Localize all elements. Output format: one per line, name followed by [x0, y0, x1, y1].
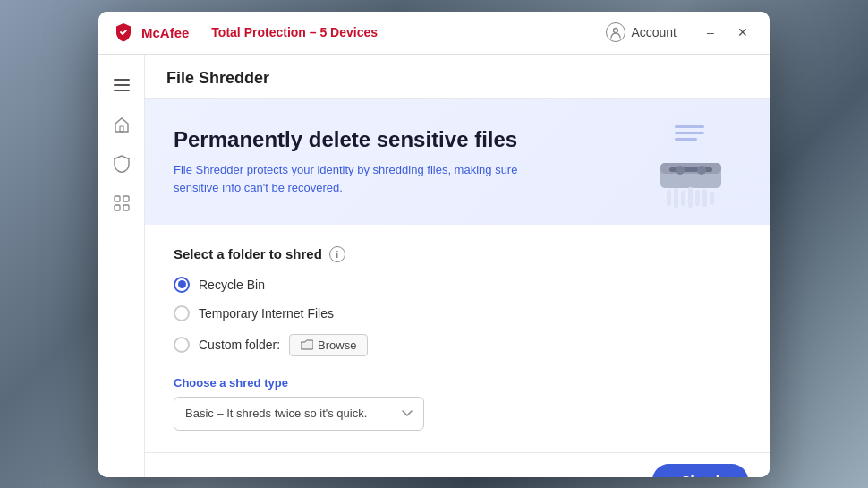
shredder-illustration [642, 113, 741, 211]
svg-rect-3 [114, 90, 130, 91]
svg-rect-18 [681, 191, 685, 206]
svg-rect-10 [675, 125, 704, 128]
page-title: File Shredder [166, 69, 269, 87]
radio-custom-folder-label: Custom folder: [199, 338, 280, 352]
title-bar: McAfee Total Protection – 5 Devices Acco… [98, 12, 770, 55]
radio-temp-files-label: Temporary Internet Files [199, 306, 334, 321]
shred-type-dropdown[interactable]: Basic – It shreds twice so it's quick. E… [174, 397, 424, 431]
svg-rect-1 [114, 79, 130, 81]
close-button[interactable]: ✕ [730, 20, 755, 45]
shred-button[interactable]: Shred [652, 464, 748, 477]
radio-custom-folder-circle [174, 337, 190, 353]
sidebar-home-icon[interactable] [106, 108, 138, 141]
svg-rect-17 [674, 188, 678, 208]
brand-name: McAfee [141, 25, 189, 40]
svg-rect-9 [669, 117, 710, 167]
radio-temp-files-circle [174, 305, 190, 321]
account-icon [606, 22, 625, 42]
svg-rect-19 [688, 187, 693, 208]
folder-radio-group: Recycle Bin Temporary Internet Files Cus… [174, 277, 741, 356]
page-header: File Shredder [145, 55, 770, 99]
browse-button[interactable]: Browse [289, 334, 368, 356]
svg-point-0 [614, 29, 618, 33]
radio-recycle-bin-label: Recycle Bin [199, 278, 265, 292]
hero-description: File Shredder protects your identity by … [174, 161, 549, 196]
folder-icon [301, 339, 313, 350]
svg-rect-11 [675, 132, 704, 134]
window-controls: – ✕ [698, 20, 755, 45]
radio-recycle-bin-dot [178, 280, 186, 288]
sidebar [98, 55, 145, 477]
content-area: File Shredder Permanently delete sensiti… [145, 55, 770, 477]
svg-rect-16 [667, 190, 671, 206]
file-shredder-link[interactable]: File Shredder [174, 163, 243, 176]
hero-text: Permanently delete sensitive files File … [174, 127, 549, 196]
bottom-bar: Shred [145, 452, 770, 477]
svg-rect-6 [123, 196, 129, 201]
svg-rect-4 [120, 126, 123, 132]
radio-recycle-bin-circle [174, 277, 190, 293]
svg-point-23 [676, 166, 685, 175]
svg-rect-12 [675, 138, 697, 141]
mcafee-shield-icon [113, 21, 134, 43]
folder-label-text: Select a folder to shred [174, 246, 322, 261]
radio-recycle-bin[interactable]: Recycle Bin [174, 277, 741, 293]
hero-heading: Permanently delete sensitive files [174, 127, 549, 152]
folder-section-label: Select a folder to shred i [174, 246, 741, 262]
svg-rect-21 [702, 189, 707, 207]
minimize-button[interactable]: – [698, 20, 723, 45]
hero-section: Permanently delete sensitive files File … [145, 99, 770, 225]
svg-rect-20 [695, 190, 700, 206]
radio-temp-files[interactable]: Temporary Internet Files [174, 305, 741, 321]
shred-type-label: Choose a shred type [174, 376, 741, 390]
svg-point-24 [697, 166, 706, 175]
mcafee-logo: McAfee [113, 21, 189, 43]
svg-rect-22 [710, 192, 714, 205]
sidebar-menu-icon[interactable] [106, 69, 138, 101]
svg-rect-5 [115, 196, 120, 201]
main-window: McAfee Total Protection – 5 Devices Acco… [98, 12, 770, 477]
account-label: Account [631, 25, 677, 39]
radio-custom-folder[interactable]: Custom folder: Browse [174, 334, 741, 356]
form-section: Select a folder to shred i Recycle Bin [145, 225, 770, 452]
info-icon[interactable]: i [329, 246, 345, 262]
main-layout: File Shredder Permanently delete sensiti… [98, 55, 770, 477]
app-title: Total Protection – 5 Devices [211, 25, 378, 39]
sidebar-shield-icon[interactable] [106, 148, 138, 180]
svg-rect-7 [115, 205, 120, 210]
account-button[interactable]: Account [599, 19, 684, 46]
sidebar-apps-icon[interactable] [106, 187, 138, 219]
svg-rect-8 [123, 205, 129, 210]
title-divider [200, 23, 200, 41]
browse-label: Browse [318, 338, 356, 352]
svg-rect-2 [114, 84, 130, 86]
